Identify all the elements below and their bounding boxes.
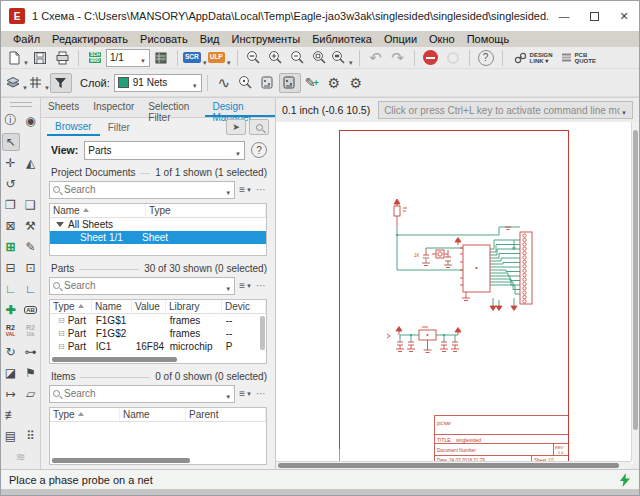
items-menu-button[interactable]: ⋯: [256, 388, 267, 399]
col-library[interactable]: Library: [166, 300, 222, 313]
zoom-redraw-button[interactable]: ▼: [331, 48, 354, 68]
help-button[interactable]: ?: [475, 48, 497, 68]
col-value[interactable]: Value: [132, 300, 166, 313]
name-tool[interactable]: R2VAL: [2, 322, 20, 340]
frames-button[interactable]: [150, 48, 172, 68]
menu-window[interactable]: Окно: [423, 33, 461, 45]
paint-tool[interactable]: ▤: [2, 427, 20, 445]
parts-search[interactable]: ▼: [49, 277, 235, 295]
canvas-horizontal-scrollbar[interactable]: [276, 461, 631, 469]
copy-tool[interactable]: ❐: [2, 196, 20, 214]
signal-probe-button[interactable]: ∿: [213, 73, 235, 93]
col-type[interactable]: Type: [146, 204, 266, 217]
col-name[interactable]: Name: [120, 408, 186, 421]
pcb-quote-button[interactable]: PCBQUOTE: [561, 48, 596, 68]
documents-search[interactable]: ▼: [49, 181, 235, 199]
show-tool[interactable]: ◉: [22, 112, 40, 130]
polygon-tool[interactable]: ▱: [22, 385, 40, 403]
erc-errors-button[interactable]: [279, 73, 301, 93]
board-settings-button[interactable]: ⚙: [345, 73, 367, 93]
change-tool[interactable]: ⚒: [22, 217, 40, 235]
tab-selection-filter[interactable]: Selection Filter: [141, 98, 205, 117]
documents-search-input[interactable]: [64, 184, 224, 195]
horizontal-scrollbar[interactable]: [52, 458, 190, 463]
menu-library[interactable]: Библиотека: [306, 33, 378, 45]
view-selector[interactable]: Parts ▼: [84, 141, 245, 160]
ripup-tool[interactable]: ⠿: [22, 427, 40, 445]
run-script-button[interactable]: SCR▼: [183, 48, 208, 68]
tab-inspector[interactable]: Inspector: [86, 98, 141, 117]
save-button[interactable]: [29, 48, 51, 68]
close-button[interactable]: ✕: [609, 1, 639, 31]
add-part-tool[interactable]: ⊞: [2, 238, 20, 256]
sheet-row[interactable]: Sheet 1/1 Sheet: [50, 231, 266, 244]
col-name[interactable]: Name: [92, 300, 132, 313]
menu-tools[interactable]: Инструменты: [226, 33, 307, 45]
paste-tool[interactable]: ❑: [22, 196, 40, 214]
stop-button[interactable]: [420, 48, 442, 68]
pinswap-edit-tool[interactable]: ✎: [22, 238, 40, 256]
zoom-select-button[interactable]: [309, 48, 331, 68]
sch-brd-toggle-button[interactable]: SCHBRD: [84, 48, 106, 68]
col-type[interactable]: Type: [50, 408, 120, 421]
zoom-fit-button[interactable]: [243, 48, 265, 68]
grid-button[interactable]: ▼: [28, 73, 50, 93]
horizontal-scrollbar[interactable]: [52, 357, 177, 362]
panel-help-button[interactable]: ?: [251, 142, 267, 158]
info-tool[interactable]: ⓘ: [2, 112, 20, 130]
maximize-button[interactable]: [579, 1, 609, 31]
move-tool[interactable]: ✛: [2, 154, 20, 172]
run-ulp-button[interactable]: ULP▼: [208, 48, 232, 68]
rotate-tool[interactable]: ↺: [2, 175, 20, 193]
invoke-tool[interactable]: ⊶: [22, 343, 40, 361]
redo-button[interactable]: ↷: [387, 48, 409, 68]
junction-tool[interactable]: ✚: [2, 301, 20, 319]
layer-settings-button[interactable]: ▼: [5, 73, 28, 93]
schematic-sheet[interactable]: 1K: [276, 122, 633, 464]
go-button[interactable]: [442, 48, 464, 68]
col-type[interactable]: Type: [50, 300, 92, 313]
zoom-mode-button[interactable]: [249, 119, 269, 135]
part-row[interactable]: ⊟ Part F1G$2 frames --: [50, 327, 266, 340]
items-view-button[interactable]: ≡▼: [239, 388, 252, 399]
split-tool[interactable]: ≢: [2, 406, 20, 424]
more-tools-button[interactable]: ≋: [12, 448, 30, 466]
gateswap-tool[interactable]: ⊡: [22, 259, 40, 277]
net-tool[interactable]: ∟: [2, 280, 20, 298]
menu-view[interactable]: Вид: [194, 33, 226, 45]
layer-selector[interactable]: 91 Nets ▼: [114, 74, 202, 92]
menu-help[interactable]: Помощь: [461, 33, 516, 45]
menu-draw[interactable]: Рисовать: [134, 33, 194, 45]
replace-tool[interactable]: ⊟: [2, 259, 20, 277]
delete-tool[interactable]: ⊠: [2, 217, 20, 235]
col-parent[interactable]: Parent: [186, 408, 266, 421]
command-line[interactable]: Click or press Ctrl+L key to activate co…: [378, 101, 633, 119]
col-name[interactable]: Name: [50, 204, 146, 217]
palette-grip[interactable]: [10, 102, 32, 107]
items-search-input[interactable]: [64, 388, 224, 399]
tab-design-manager[interactable]: Design Manager: [205, 98, 275, 117]
annotate-button[interactable]: ✎+: [301, 73, 323, 93]
settings-button[interactable]: ⚙: [323, 73, 345, 93]
value-tool[interactable]: R210k: [22, 322, 40, 340]
menu-edit[interactable]: Редактировать: [46, 33, 134, 45]
minimize-button[interactable]: —: [549, 1, 579, 31]
part-row[interactable]: ⊟ Part F1G$1 frames --: [50, 314, 266, 327]
label-tool[interactable]: AB: [22, 301, 40, 319]
part-row[interactable]: ⊟ Part IC1 16F84 microchip P: [50, 340, 266, 353]
smash-tool[interactable]: ↻: [2, 343, 20, 361]
miter-tool[interactable]: ◪: [2, 364, 20, 382]
zoom-net-button[interactable]: [235, 73, 257, 93]
zoom-out-button[interactable]: [287, 48, 309, 68]
documents-menu-button[interactable]: ⋯: [256, 184, 267, 195]
filter-button[interactable]: [50, 73, 72, 93]
menu-options[interactable]: Опции: [378, 33, 423, 45]
bus-tool[interactable]: ∟: [22, 280, 40, 298]
canvas-vertical-scrollbar[interactable]: [631, 122, 639, 461]
items-search[interactable]: ▼: [49, 385, 235, 403]
sheet-group-row[interactable]: All Sheets: [50, 218, 266, 231]
parts-menu-button[interactable]: ⋯: [256, 280, 267, 291]
documents-view-button[interactable]: ≡▼: [239, 184, 252, 195]
design-link-button[interactable]: DESIGNLINK ▾: [514, 48, 553, 68]
menu-file[interactable]: Файл: [7, 33, 46, 45]
